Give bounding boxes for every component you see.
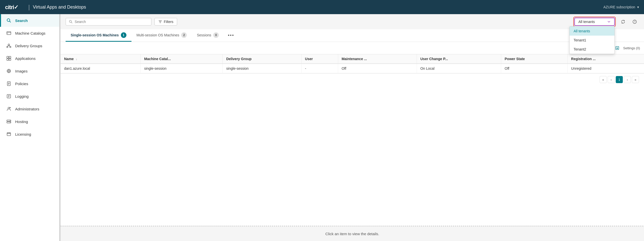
user-label: AZURE subscription <box>603 5 635 9</box>
col-header-user[interactable]: User <box>301 54 338 64</box>
pagination-first[interactable]: « <box>600 76 607 83</box>
pagination-next[interactable]: › <box>624 76 631 83</box>
search-icon <box>6 18 12 23</box>
table-row[interactable]: dan1.azure.local single-session single-s… <box>61 64 644 73</box>
svg-rect-12 <box>9 56 11 58</box>
machine-catalogs-icon <box>6 30 12 36</box>
sidebar-item-images[interactable]: Images <box>0 65 60 77</box>
delivery-groups-icon <box>6 43 12 49</box>
sidebar-item-machine-catalogs[interactable]: Machine Catalogs <box>0 27 60 39</box>
tab-single-session[interactable]: Single-session OS Machines 1 <box>66 29 131 42</box>
detail-panel: Click an item to view the details. <box>61 226 644 241</box>
logging-icon <box>6 93 12 99</box>
cell-registration: Unregistered <box>568 64 644 73</box>
detail-text: Click an item to view the details. <box>325 232 379 236</box>
sidebar-item-delivery-groups[interactable]: Delivery Groups <box>0 39 60 52</box>
tabs-bar: Single-session OS Machines 1 Multi-sessi… <box>61 29 644 42</box>
sidebar-item-logging[interactable]: Logging <box>0 90 60 103</box>
pagination-last[interactable]: » <box>632 76 639 83</box>
tab-sessions[interactable]: Sessions 0 <box>192 29 224 42</box>
chevron-down-icon <box>607 20 611 23</box>
col-header-user-change[interactable]: User Change P... <box>417 54 501 64</box>
main-layout: Search Machine Catalogs <box>0 14 644 241</box>
sidebar-label-hosting: Hosting <box>15 119 28 124</box>
sidebar-item-policies[interactable]: Policies <box>0 77 60 90</box>
hosting-icon <box>6 119 12 124</box>
svg-line-10 <box>9 45 10 46</box>
citrix-logo: citri✓ <box>5 4 25 11</box>
col-header-registration[interactable]: Registration ... <box>568 54 644 64</box>
tenant-dropdown-popup: All tenants Tenant1 Tenant2 <box>569 26 615 54</box>
header-left: citri✓ | Virtual Apps and Desktops <box>5 4 86 11</box>
pagination-page-1[interactable]: 1 <box>616 76 623 83</box>
col-header-name[interactable]: Name ↓ <box>61 54 141 64</box>
table-wrapper: Settings (0) Name ↓ Machine Catal... Del… <box>61 42 644 226</box>
tab-multi-session-badge: 2 <box>181 32 187 38</box>
cell-maintenance: Off <box>338 64 417 73</box>
svg-point-16 <box>8 70 10 72</box>
svg-rect-35 <box>7 133 11 136</box>
tenant-option-2[interactable]: Tenant2 <box>570 45 614 54</box>
svg-point-5 <box>7 33 8 34</box>
policies-icon <box>6 81 12 86</box>
sidebar-label-images: Images <box>15 69 28 73</box>
header-right: AZURE subscription ▾ <box>603 5 639 9</box>
filters-button[interactable]: Filters <box>154 18 177 26</box>
sidebar-item-applications[interactable]: Applications <box>0 52 60 65</box>
tab-single-session-label: Single-session OS Machines <box>71 33 119 37</box>
svg-text:citri✓: citri✓ <box>5 4 18 10</box>
col-header-delivery-group[interactable]: Delivery Group <box>223 54 301 64</box>
svg-rect-3 <box>7 32 11 35</box>
header-divider: | <box>28 4 30 11</box>
help-icon: ? <box>632 19 637 24</box>
sidebar-item-hosting[interactable]: Hosting <box>0 115 60 128</box>
tab-sessions-label: Sessions <box>197 33 211 37</box>
tenant-option-1[interactable]: Tenant1 <box>570 36 614 45</box>
col-header-maintenance[interactable]: Maintenance ... <box>338 54 417 64</box>
export-icon <box>615 46 620 50</box>
search-box[interactable] <box>66 18 151 26</box>
app-title: Virtual Apps and Desktops <box>33 5 86 10</box>
applications-icon <box>6 56 12 61</box>
filters-label: Filters <box>164 20 173 24</box>
svg-point-8 <box>10 46 11 48</box>
svg-rect-11 <box>7 56 9 58</box>
tab-multi-session[interactable]: Multi-session OS Machines 2 <box>131 29 192 42</box>
tab-sessions-badge: 0 <box>213 32 219 38</box>
svg-point-33 <box>10 121 10 121</box>
svg-point-30 <box>10 107 11 108</box>
tenant-option-all[interactable]: All tenants <box>570 27 614 36</box>
sidebar-label-applications: Applications <box>15 56 36 61</box>
cell-machine-catalog: single-session <box>141 64 223 73</box>
sidebar: Search Machine Catalogs <box>0 14 61 241</box>
images-icon <box>6 68 12 74</box>
content-area: Filters All tenants All tenants <box>61 14 644 241</box>
tab-more-button[interactable]: ••• <box>224 30 238 41</box>
toolbar: Filters All tenants All tenants <box>61 14 644 29</box>
help-button[interactable]: ? <box>630 17 639 26</box>
pagination-prev[interactable]: ‹ <box>608 76 615 83</box>
tenant-dropdown-button[interactable]: All tenants <box>574 18 615 26</box>
svg-line-2 <box>10 21 11 22</box>
cell-user: - <box>301 64 338 73</box>
sidebar-label-administrators: Administrators <box>15 107 39 111</box>
header-chevron-icon[interactable]: ▾ <box>637 5 639 9</box>
cell-power-state: Off <box>501 64 567 73</box>
svg-line-9 <box>7 45 9 46</box>
col-header-power-state[interactable]: Power State <box>501 54 567 64</box>
svg-point-6 <box>8 44 10 45</box>
table-toolbar: Settings (0) <box>61 42 644 54</box>
sidebar-item-administrators[interactable]: Administrators <box>0 103 60 115</box>
refresh-button[interactable] <box>619 17 627 26</box>
svg-point-7 <box>7 46 8 48</box>
sidebar-item-licensing[interactable]: Licensing <box>0 128 60 140</box>
svg-point-34 <box>10 122 10 123</box>
sidebar-resizer[interactable] <box>59 14 60 241</box>
svg-rect-13 <box>7 59 9 60</box>
col-header-machine-catalog[interactable]: Machine Catal... <box>141 54 223 64</box>
sidebar-item-search[interactable]: Search <box>0 14 60 27</box>
search-input[interactable] <box>75 20 148 24</box>
sidebar-label-policies: Policies <box>15 82 28 86</box>
refresh-icon <box>621 19 625 24</box>
tenant-dropdown-outer: All tenants All tenants Tenant1 <box>573 17 616 27</box>
